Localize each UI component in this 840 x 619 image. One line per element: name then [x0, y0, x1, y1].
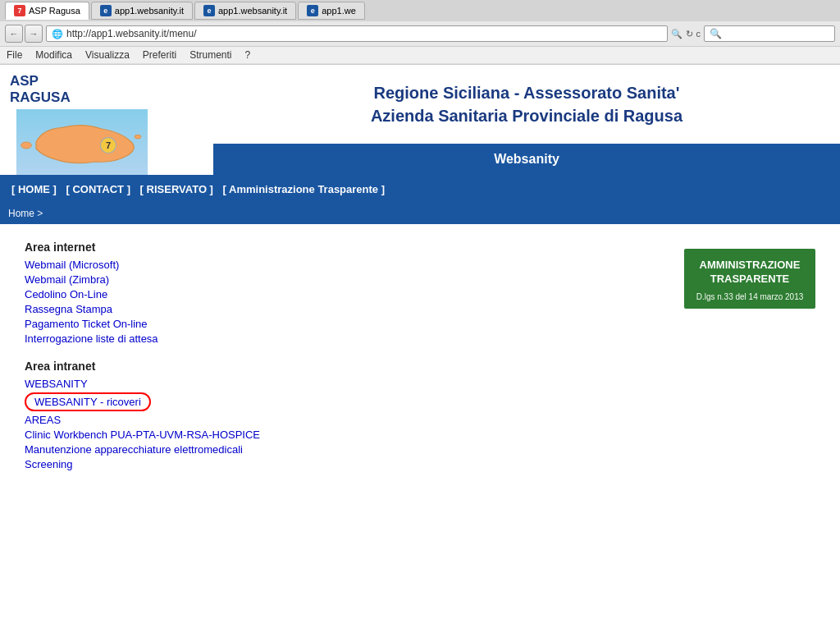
list-item: Pagamento Ticket On-line	[25, 318, 668, 330]
tab-3[interactable]: e app1.websanity.it	[194, 2, 296, 20]
breadcrumb[interactable]: Home >	[8, 208, 43, 219]
list-item: Cedolino On-Line	[25, 288, 668, 300]
address-text: http://app1.websanity.it/menu/	[66, 28, 197, 39]
area-internet-title: Area internet	[25, 241, 668, 254]
search-icon: 🔍	[710, 28, 722, 39]
browser-chrome: 7 ASP Ragusa e app1.websanity.it e app1.…	[0, 0, 840, 65]
amm-line1: AMMINISTRAZIONE	[692, 259, 807, 273]
search-magnifier: 🔍	[671, 29, 682, 39]
title-area: Regione Siciliana - Assessorato Sanita' …	[213, 65, 840, 175]
title-text-box: Regione Siciliana - Assessorato Sanita' …	[213, 65, 840, 144]
tab-label-1: ASP Ragusa	[29, 6, 80, 16]
area-internet-section: Area internet Webmail (Microsoft) Webmai…	[25, 241, 668, 345]
link-webmail-zimbra[interactable]: Webmail (Zimbra)	[25, 273, 109, 286]
menu-help[interactable]: ?	[245, 49, 251, 61]
address-icon: 🌐	[52, 29, 63, 39]
nav-amm-trasparente[interactable]: [ Amministrazione Trasparente ]	[220, 181, 388, 197]
list-item: Screening	[25, 458, 668, 470]
websanity-bar: Websanity	[213, 144, 840, 175]
nav-buttons: ← →	[5, 25, 43, 43]
list-item: Manutenzione apparecchiature elettromedi…	[25, 443, 668, 456]
area-intranet-list: WEBSANITY WEBSANITY - ricoveri AREAS Cli…	[25, 378, 668, 470]
search-box[interactable]: 🔍	[704, 25, 835, 42]
nav-home[interactable]: [ HOME ]	[8, 181, 60, 197]
asp-line2: RAGUSA	[10, 89, 71, 106]
asp-line1: ASP	[10, 73, 71, 89]
header-top: 7 ASP RAGUSA Regione Siciliana - Assesso…	[0, 65, 840, 175]
svg-text:7: 7	[106, 140, 111, 150]
breadcrumb-bar: Home >	[0, 204, 840, 224]
site-title: Regione Siciliana - Assessorato Sanita' …	[371, 81, 682, 127]
search-separator: c	[696, 29, 701, 39]
tab-favicon-3: e	[203, 5, 215, 16]
area-internet-list: Webmail (Microsoft) Webmail (Zimbra) Ced…	[25, 259, 668, 345]
search-area: 🔍 ↻ c	[671, 29, 701, 39]
websanity-label: Websanity	[494, 152, 559, 166]
page-wrapper: 7 ASP RAGUSA Regione Siciliana - Assesso…	[0, 65, 840, 489]
nav-contact[interactable]: [ CONTACT ]	[63, 181, 134, 197]
asp-ragusa-label: ASP RAGUSA	[10, 73, 71, 105]
menu-modifica[interactable]: Modifica	[35, 49, 72, 61]
amm-line2: TRASPARENTE	[692, 273, 807, 287]
site-header: 7 ASP RAGUSA Regione Siciliana - Assesso…	[0, 65, 840, 224]
tab-4[interactable]: e app1.we	[298, 2, 365, 20]
area-intranet-section: Area intranet WEBSANITY WEBSANITY - rico…	[25, 360, 668, 470]
list-item: Webmail (Zimbra)	[25, 273, 668, 286]
tab-1[interactable]: 7 ASP Ragusa	[5, 2, 89, 20]
back-button[interactable]: ←	[5, 25, 23, 43]
svg-point-1	[21, 142, 32, 149]
nav-menu: [ HOME ] [ CONTACT ] [ RISERVATO ] [ Amm…	[0, 175, 840, 204]
tab-2[interactable]: e app1.websanity.it	[91, 2, 193, 20]
tabs-bar: 7 ASP Ragusa e app1.websanity.it e app1.…	[0, 0, 840, 21]
list-item: Interrogazione liste di attesa	[25, 332, 668, 345]
list-item: Rassegna Stampa	[25, 303, 668, 315]
amm-trasparente-badge[interactable]: AMMINISTRAZIONE TRASPARENTE D.lgs n.33 d…	[684, 249, 815, 309]
menu-visualizza[interactable]: Visualizza	[85, 49, 130, 61]
content-left: Area internet Webmail (Microsoft) Webmai…	[25, 241, 668, 473]
tab-label-4: app1.we	[322, 6, 356, 16]
tab-favicon-2: e	[100, 5, 112, 16]
link-cedolino[interactable]: Cedolino On-Line	[25, 288, 107, 300]
highlighted-circle: WEBSANITY - ricoveri	[25, 392, 151, 411]
link-interrogazione[interactable]: Interrogazione liste di attesa	[25, 332, 158, 345]
sicily-map-svg: 7	[8, 109, 156, 175]
list-item: AREAS	[25, 414, 668, 426]
link-websanity[interactable]: WEBSANITY	[25, 378, 88, 390]
link-screening[interactable]: Screening	[25, 458, 73, 470]
browser-toolbar: ← → 🌐 http://app1.websanity.it/menu/ 🔍 ↻…	[0, 21, 840, 47]
main-content: Area internet Webmail (Microsoft) Webmai…	[0, 224, 840, 489]
search-refresh: ↻	[686, 29, 693, 39]
list-item-highlighted: WEBSANITY - ricoveri	[25, 392, 668, 411]
title-line1: Regione Siciliana - Assessorato Sanita'	[373, 84, 679, 102]
tab-label-3: app1.websanity.it	[218, 6, 287, 16]
tab-favicon-4: e	[307, 5, 318, 16]
menu-file[interactable]: File	[7, 49, 22, 61]
area-intranet-title: Area intranet	[25, 360, 668, 373]
menu-bar: File Modifica Visualizza Preferiti Strum…	[0, 47, 840, 64]
forward-button[interactable]: →	[25, 25, 43, 43]
title-line2: Azienda Sanitaria Provinciale di Ragusa	[371, 107, 682, 125]
menu-preferiti[interactable]: Preferiti	[143, 49, 176, 61]
list-item: Webmail (Microsoft)	[25, 259, 668, 271]
link-clinic-workbench[interactable]: Clinic Workbench PUA-PTA-UVM-RSA-HOSPICE	[25, 429, 260, 441]
link-webmail-microsoft[interactable]: Webmail (Microsoft)	[25, 259, 119, 271]
list-item: Clinic Workbench PUA-PTA-UVM-RSA-HOSPICE	[25, 429, 668, 441]
amm-subtitle: D.lgs n.33 del 14 marzo 2013	[692, 291, 807, 302]
link-areas[interactable]: AREAS	[25, 414, 61, 426]
logo-map-area: 7 ASP RAGUSA	[0, 65, 213, 175]
menu-strumenti[interactable]: Strumenti	[189, 49, 231, 61]
list-item: WEBSANITY	[25, 378, 668, 390]
link-rassegna[interactable]: Rassegna Stampa	[25, 303, 112, 315]
svg-point-2	[135, 135, 141, 139]
address-bar[interactable]: 🌐 http://app1.websanity.it/menu/	[46, 25, 668, 42]
link-pagamento[interactable]: Pagamento Ticket On-line	[25, 318, 148, 330]
tab-favicon-1: 7	[14, 5, 25, 16]
tab-label-2: app1.websanity.it	[115, 6, 184, 16]
link-manutenzione[interactable]: Manutenzione apparecchiature elettromedi…	[25, 443, 243, 456]
content-right: AMMINISTRAZIONE TRASPARENTE D.lgs n.33 d…	[684, 241, 815, 473]
nav-riservato[interactable]: [ RISERVATO ]	[137, 181, 217, 197]
link-websanity-ricoveri[interactable]: WEBSANITY - ricoveri	[34, 396, 141, 408]
